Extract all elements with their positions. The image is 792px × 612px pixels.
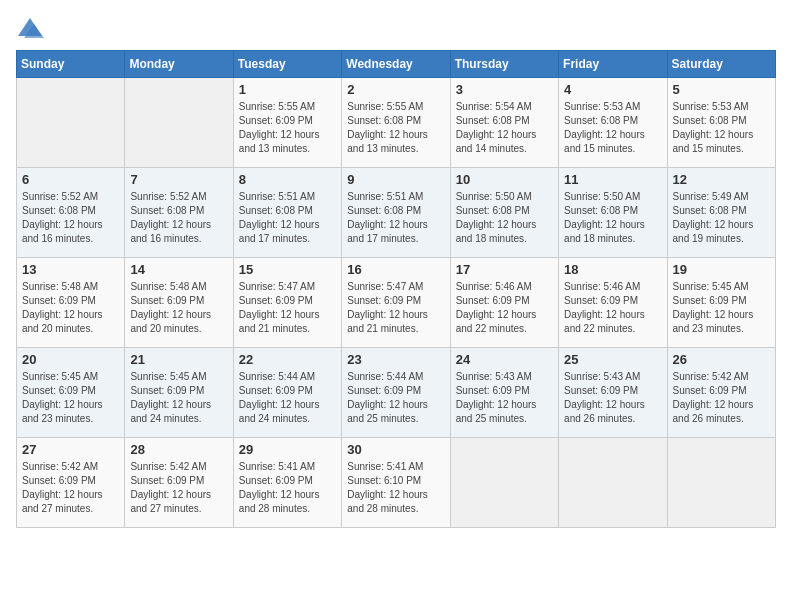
day-info: Sunrise: 5:52 AMSunset: 6:08 PMDaylight:… [22,190,119,246]
col-header-friday: Friday [559,51,667,78]
day-info: Sunrise: 5:52 AMSunset: 6:08 PMDaylight:… [130,190,227,246]
calendar-cell [17,78,125,168]
day-info: Sunrise: 5:47 AMSunset: 6:09 PMDaylight:… [239,280,336,336]
day-number: 27 [22,442,119,457]
day-number: 20 [22,352,119,367]
day-number: 18 [564,262,661,277]
day-info: Sunrise: 5:41 AMSunset: 6:10 PMDaylight:… [347,460,444,516]
day-number: 8 [239,172,336,187]
day-info: Sunrise: 5:55 AMSunset: 6:09 PMDaylight:… [239,100,336,156]
day-number: 11 [564,172,661,187]
day-info: Sunrise: 5:42 AMSunset: 6:09 PMDaylight:… [673,370,770,426]
day-number: 15 [239,262,336,277]
day-number: 16 [347,262,444,277]
calendar-cell: 30 Sunrise: 5:41 AMSunset: 6:10 PMDaylig… [342,438,450,528]
day-info: Sunrise: 5:42 AMSunset: 6:09 PMDaylight:… [22,460,119,516]
calendar-cell: 28 Sunrise: 5:42 AMSunset: 6:09 PMDaylig… [125,438,233,528]
calendar-cell: 12 Sunrise: 5:49 AMSunset: 6:08 PMDaylig… [667,168,775,258]
day-info: Sunrise: 5:50 AMSunset: 6:08 PMDaylight:… [456,190,553,246]
day-info: Sunrise: 5:51 AMSunset: 6:08 PMDaylight:… [239,190,336,246]
logo-icon [16,16,44,40]
day-info: Sunrise: 5:42 AMSunset: 6:09 PMDaylight:… [130,460,227,516]
day-number: 2 [347,82,444,97]
calendar-cell: 14 Sunrise: 5:48 AMSunset: 6:09 PMDaylig… [125,258,233,348]
day-number: 10 [456,172,553,187]
calendar-cell: 18 Sunrise: 5:46 AMSunset: 6:09 PMDaylig… [559,258,667,348]
day-number: 25 [564,352,661,367]
col-header-tuesday: Tuesday [233,51,341,78]
calendar-cell: 24 Sunrise: 5:43 AMSunset: 6:09 PMDaylig… [450,348,558,438]
logo [16,16,48,40]
day-info: Sunrise: 5:44 AMSunset: 6:09 PMDaylight:… [239,370,336,426]
calendar-cell: 13 Sunrise: 5:48 AMSunset: 6:09 PMDaylig… [17,258,125,348]
calendar-cell: 19 Sunrise: 5:45 AMSunset: 6:09 PMDaylig… [667,258,775,348]
calendar-cell: 23 Sunrise: 5:44 AMSunset: 6:09 PMDaylig… [342,348,450,438]
calendar-cell: 7 Sunrise: 5:52 AMSunset: 6:08 PMDayligh… [125,168,233,258]
day-info: Sunrise: 5:48 AMSunset: 6:09 PMDaylight:… [130,280,227,336]
day-info: Sunrise: 5:46 AMSunset: 6:09 PMDaylight:… [456,280,553,336]
calendar-cell: 16 Sunrise: 5:47 AMSunset: 6:09 PMDaylig… [342,258,450,348]
day-info: Sunrise: 5:54 AMSunset: 6:08 PMDaylight:… [456,100,553,156]
day-number: 7 [130,172,227,187]
day-info: Sunrise: 5:45 AMSunset: 6:09 PMDaylight:… [130,370,227,426]
day-info: Sunrise: 5:41 AMSunset: 6:09 PMDaylight:… [239,460,336,516]
calendar-cell [450,438,558,528]
day-info: Sunrise: 5:53 AMSunset: 6:08 PMDaylight:… [673,100,770,156]
calendar-cell: 26 Sunrise: 5:42 AMSunset: 6:09 PMDaylig… [667,348,775,438]
day-number: 21 [130,352,227,367]
calendar-cell: 3 Sunrise: 5:54 AMSunset: 6:08 PMDayligh… [450,78,558,168]
calendar-cell: 2 Sunrise: 5:55 AMSunset: 6:08 PMDayligh… [342,78,450,168]
day-number: 9 [347,172,444,187]
day-info: Sunrise: 5:45 AMSunset: 6:09 PMDaylight:… [673,280,770,336]
day-number: 3 [456,82,553,97]
day-number: 28 [130,442,227,457]
day-number: 23 [347,352,444,367]
day-info: Sunrise: 5:45 AMSunset: 6:09 PMDaylight:… [22,370,119,426]
calendar-cell: 4 Sunrise: 5:53 AMSunset: 6:08 PMDayligh… [559,78,667,168]
calendar-cell: 29 Sunrise: 5:41 AMSunset: 6:09 PMDaylig… [233,438,341,528]
day-info: Sunrise: 5:46 AMSunset: 6:09 PMDaylight:… [564,280,661,336]
calendar-cell: 1 Sunrise: 5:55 AMSunset: 6:09 PMDayligh… [233,78,341,168]
col-header-sunday: Sunday [17,51,125,78]
day-number: 19 [673,262,770,277]
day-number: 12 [673,172,770,187]
calendar-cell: 25 Sunrise: 5:43 AMSunset: 6:09 PMDaylig… [559,348,667,438]
calendar-cell: 15 Sunrise: 5:47 AMSunset: 6:09 PMDaylig… [233,258,341,348]
day-info: Sunrise: 5:55 AMSunset: 6:08 PMDaylight:… [347,100,444,156]
calendar-cell: 20 Sunrise: 5:45 AMSunset: 6:09 PMDaylig… [17,348,125,438]
day-number: 13 [22,262,119,277]
day-info: Sunrise: 5:43 AMSunset: 6:09 PMDaylight:… [564,370,661,426]
col-header-thursday: Thursday [450,51,558,78]
day-number: 30 [347,442,444,457]
day-info: Sunrise: 5:48 AMSunset: 6:09 PMDaylight:… [22,280,119,336]
calendar-cell: 27 Sunrise: 5:42 AMSunset: 6:09 PMDaylig… [17,438,125,528]
header [16,16,776,40]
calendar-cell: 10 Sunrise: 5:50 AMSunset: 6:08 PMDaylig… [450,168,558,258]
calendar-cell: 8 Sunrise: 5:51 AMSunset: 6:08 PMDayligh… [233,168,341,258]
day-number: 6 [22,172,119,187]
calendar-cell: 6 Sunrise: 5:52 AMSunset: 6:08 PMDayligh… [17,168,125,258]
day-number: 1 [239,82,336,97]
col-header-wednesday: Wednesday [342,51,450,78]
day-number: 26 [673,352,770,367]
calendar-cell: 9 Sunrise: 5:51 AMSunset: 6:08 PMDayligh… [342,168,450,258]
calendar-cell [559,438,667,528]
calendar-cell: 21 Sunrise: 5:45 AMSunset: 6:09 PMDaylig… [125,348,233,438]
calendar-cell: 22 Sunrise: 5:44 AMSunset: 6:09 PMDaylig… [233,348,341,438]
day-number: 29 [239,442,336,457]
calendar-cell: 5 Sunrise: 5:53 AMSunset: 6:08 PMDayligh… [667,78,775,168]
day-info: Sunrise: 5:43 AMSunset: 6:09 PMDaylight:… [456,370,553,426]
day-number: 24 [456,352,553,367]
day-info: Sunrise: 5:51 AMSunset: 6:08 PMDaylight:… [347,190,444,246]
col-header-saturday: Saturday [667,51,775,78]
calendar-cell [667,438,775,528]
day-info: Sunrise: 5:50 AMSunset: 6:08 PMDaylight:… [564,190,661,246]
day-info: Sunrise: 5:47 AMSunset: 6:09 PMDaylight:… [347,280,444,336]
day-number: 22 [239,352,336,367]
day-info: Sunrise: 5:53 AMSunset: 6:08 PMDaylight:… [564,100,661,156]
calendar-table: SundayMondayTuesdayWednesdayThursdayFrid… [16,50,776,528]
col-header-monday: Monday [125,51,233,78]
day-number: 5 [673,82,770,97]
calendar-cell: 17 Sunrise: 5:46 AMSunset: 6:09 PMDaylig… [450,258,558,348]
day-number: 17 [456,262,553,277]
